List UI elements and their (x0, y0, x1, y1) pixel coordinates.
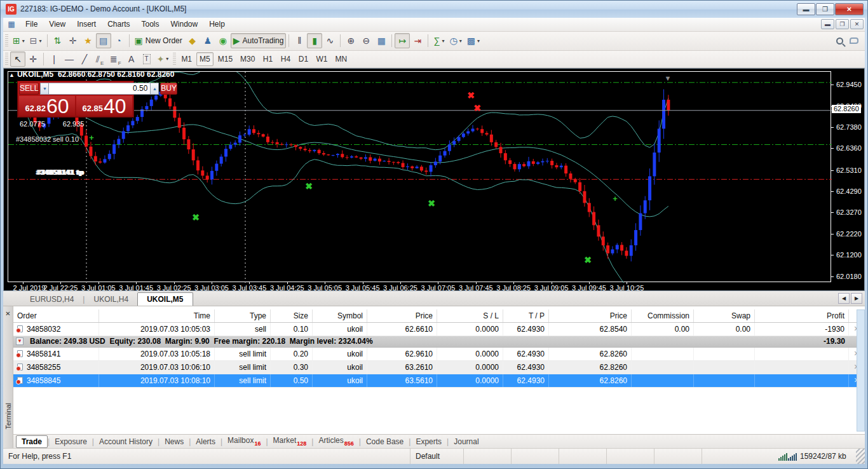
community-button[interactable]: ♟ (200, 33, 215, 48)
indicators-button[interactable]: ∑▾ (431, 33, 447, 48)
menu-charts[interactable]: Charts (102, 18, 135, 30)
mdi-close-button[interactable]: ✕ (850, 19, 864, 29)
menu-insert[interactable]: Insert (71, 18, 102, 30)
timeframe-h1-button[interactable]: H1 (259, 52, 276, 66)
cursor-button[interactable]: ↖ (10, 51, 25, 67)
terminal-tab-account-history[interactable]: Account History (94, 436, 158, 447)
chart-tab-eurusd-h4[interactable]: EURUSD,H4 (21, 293, 83, 306)
close-button[interactable]: ✕ (835, 3, 864, 15)
timeframe-mn-button[interactable]: MN (332, 52, 350, 66)
volume-increase-button[interactable]: ▲ (150, 83, 159, 95)
chat-icon[interactable] (850, 37, 858, 44)
terminal-tab-mailbox[interactable]: Mailbox16 (222, 435, 266, 447)
menu-tools[interactable]: Tools (136, 18, 165, 30)
order-row-34858845[interactable]: 348588452019.07.03 10:08:10sell limit0.5… (13, 374, 865, 388)
terminal-tab-trade[interactable]: Trade (16, 435, 48, 448)
terminal-tab-alerts[interactable]: Alerts (191, 436, 220, 447)
chart-tab-ukoil-m5[interactable]: UKOIL,M5 (137, 292, 193, 306)
volume-input[interactable] (49, 83, 150, 95)
arrows-dropdown-arrow[interactable]: ▾ (166, 56, 168, 62)
mdi-restore-button[interactable]: ❐ (836, 19, 849, 29)
chart-window-icon[interactable]: ▦ (6, 20, 17, 29)
terminal-scrollbar[interactable] (857, 309, 865, 432)
crosshair-button[interactable]: ✛ (25, 51, 41, 67)
sell-button[interactable]: SELL (19, 83, 39, 95)
column-header-type[interactable]: Type (215, 309, 271, 322)
buy-price[interactable]: 62.85 40 (76, 96, 132, 116)
terminal-tab-news[interactable]: News (159, 436, 189, 447)
restore-button[interactable]: ❐ (816, 3, 834, 15)
strategy-tester-button[interactable]: ◔ (111, 33, 126, 48)
column-header-commission[interactable]: Commission (632, 309, 694, 322)
sell-price[interactable]: 62.82 60 (19, 96, 75, 116)
equidistant-channel-button[interactable]: ⫽E (92, 51, 107, 67)
data-window-button[interactable]: ✛ (65, 33, 81, 48)
column-header-order[interactable]: Order (13, 309, 99, 322)
tab-scroll-right-button[interactable]: ▶ (851, 293, 862, 304)
buy-button[interactable]: BUY (160, 83, 177, 95)
chart-tab-ukoil-h4[interactable]: UKOIL,H4 (85, 293, 137, 306)
chart-shift-button[interactable]: ⇥ (410, 33, 425, 48)
timeframe-m30-button[interactable]: M30 (237, 52, 258, 66)
toolbar-grip[interactable] (173, 53, 176, 65)
chart-candles-button[interactable]: ▮ (307, 33, 322, 48)
periods-dropdown-arrow[interactable]: ▾ (459, 38, 462, 44)
chart-bars-button[interactable]: ‖ (292, 33, 307, 48)
toolbar-grip[interactable] (5, 34, 8, 47)
column-header-symbol[interactable]: Symbol (313, 309, 367, 322)
autotrading-button[interactable]: ▶AutoTrading (231, 33, 287, 48)
column-header-time[interactable]: Time (99, 309, 215, 322)
profiles-dropdown-arrow[interactable]: ▾ (39, 38, 41, 44)
volume-decrease-button[interactable]: ▼ (40, 83, 49, 95)
terminal-tab-journal[interactable]: Journal (449, 436, 484, 447)
new-chart-button[interactable]: ⊞▾ (10, 33, 27, 48)
arrows-button[interactable]: ✦▾ (154, 51, 172, 67)
timeframe-w1-button[interactable]: W1 (313, 52, 330, 66)
auto-scroll-button[interactable]: ↦ (395, 33, 410, 48)
terminal-tab-exposure[interactable]: Exposure (50, 436, 92, 447)
fibonacci-button[interactable]: ≣F (107, 51, 124, 67)
timeframe-h4-button[interactable]: H4 (277, 52, 294, 66)
chart-line-button[interactable]: ∿ (322, 33, 337, 48)
signals-button[interactable]: ◉ (215, 33, 231, 48)
column-header-price[interactable]: Price (549, 309, 632, 322)
search-icon[interactable] (836, 37, 843, 44)
order-row-34858032[interactable]: 348580322019.07.03 10:05:03sell0.10ukoil… (13, 323, 865, 336)
indicators-dropdown-arrow[interactable]: ▾ (442, 38, 444, 44)
column-header-swap[interactable]: Swap (694, 309, 755, 322)
text-button[interactable]: A (124, 51, 139, 67)
menu-help[interactable]: Help (203, 18, 231, 30)
timeframe-m15-button[interactable]: M15 (215, 52, 236, 66)
toolbar-grip[interactable] (5, 53, 8, 65)
resize-grip[interactable] (856, 449, 865, 464)
metaeditor-button[interactable]: ◆ (185, 33, 200, 48)
order-row-34858255[interactable]: 348582552019.07.03 10:06:10sell limit0.3… (13, 361, 865, 374)
tile-windows-button[interactable]: ▦ (374, 33, 389, 48)
templates-dropdown-arrow[interactable]: ▾ (477, 38, 480, 44)
horizontal-line-button[interactable]: — (62, 51, 77, 67)
menu-file[interactable]: File (20, 18, 43, 30)
tab-scroll-left-button[interactable]: ◀ (838, 293, 850, 304)
minimize-button[interactable]: ▬ (797, 3, 815, 15)
profiles-button[interactable]: ⊟▾ (27, 33, 44, 48)
timeframe-m1-button[interactable]: M1 (178, 52, 195, 66)
terminal-toggle-button[interactable]: ▤ (96, 33, 111, 48)
status-profile[interactable]: Default (410, 449, 464, 464)
column-header-price[interactable]: Price (367, 309, 437, 322)
terminal-tab-market[interactable]: Market128 (268, 435, 312, 447)
timeframe-m5-button[interactable]: M5 (196, 52, 214, 66)
vertical-line-button[interactable]: | (46, 51, 62, 67)
terminal-tab-articles[interactable]: Articles856 (313, 435, 358, 447)
zoom-out-button[interactable]: ⊖ (358, 33, 374, 48)
templates-button[interactable]: ▩▾ (465, 33, 482, 48)
mdi-minimize-button[interactable]: ▬ (821, 19, 834, 29)
trendline-button[interactable]: ╱ (77, 51, 92, 67)
order-row-34858141[interactable]: 348581412019.07.03 10:05:18sell limit0.2… (13, 348, 865, 361)
menu-view[interactable]: View (43, 18, 71, 30)
menu-window[interactable]: Window (165, 18, 204, 30)
periods-button[interactable]: ◷▾ (447, 33, 464, 48)
column-header-sl[interactable]: S / L (437, 309, 503, 322)
column-header-tp[interactable]: T / P (503, 309, 549, 322)
terminal-tab-experts[interactable]: Experts (410, 436, 447, 447)
column-header-profit[interactable]: Profit (755, 309, 849, 322)
